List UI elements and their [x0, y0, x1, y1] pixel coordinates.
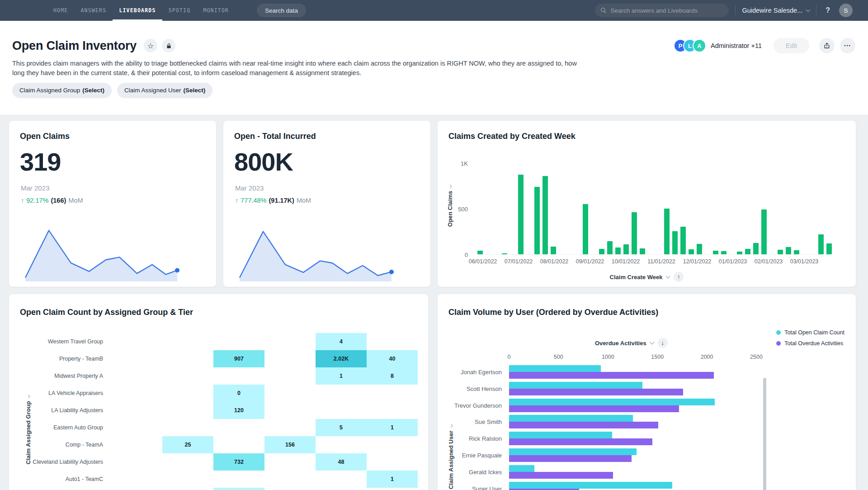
week-bar[interactable]	[786, 247, 791, 254]
more-button[interactable]: •••	[840, 38, 855, 53]
heat-cell[interactable]: 25	[162, 436, 213, 453]
filter-chip-assigned-group[interactable]: Claim Assigned Group(Select)	[12, 83, 112, 98]
author-avatar-stack[interactable]: PLA	[674, 39, 706, 52]
bar-total-open-claim-count[interactable]	[509, 415, 633, 422]
week-bar[interactable]	[818, 234, 824, 254]
y-axis-label-dropdown[interactable]: Claim Assigned User	[448, 425, 454, 490]
bar-total-open-claim-count[interactable]	[509, 432, 612, 438]
legend-item-1[interactable]: Total Overdue Activities	[776, 340, 843, 347]
search-data-button[interactable]: Search data	[257, 4, 306, 17]
help-button[interactable]: ?	[823, 6, 833, 15]
author-avatar-a[interactable]: A	[693, 39, 706, 52]
week-bar[interactable]	[689, 249, 694, 254]
bar-total-overdue-activities[interactable]	[509, 455, 632, 462]
week-bar[interactable]	[826, 243, 832, 254]
week-bar[interactable]	[615, 247, 621, 254]
week-bar[interactable]	[778, 250, 783, 254]
bar-total-overdue-activities[interactable]	[509, 405, 679, 412]
heatmap-row: Cleveland Liability Adjusters73248	[20, 453, 418, 471]
sort-descending-button[interactable]: ↓	[658, 338, 668, 348]
week-bar[interactable]	[534, 187, 540, 254]
heat-cell[interactable]: 8	[367, 367, 418, 385]
heat-cell[interactable]: 48	[316, 453, 367, 471]
nav-tab-home[interactable]: HOME	[47, 0, 75, 21]
week-bar-slot	[784, 163, 793, 254]
nav-tab-monitor[interactable]: MONITOR	[197, 0, 235, 21]
week-bar[interactable]	[737, 252, 742, 254]
week-bar[interactable]	[518, 175, 524, 254]
heat-cell[interactable]: 4	[316, 333, 367, 350]
legend-item-0[interactable]: Total Open Claim Count	[776, 329, 844, 336]
heat-cell[interactable]	[213, 488, 264, 490]
global-search-input[interactable]: Search answers and Liveboards	[595, 4, 729, 17]
bar-total-open-claim-count[interactable]	[509, 399, 715, 405]
bar-total-open-claim-count[interactable]	[509, 465, 534, 472]
favorite-star-button[interactable]: ☆	[144, 39, 157, 52]
week-bar[interactable]	[551, 247, 556, 254]
edit-button[interactable]: Edit	[774, 38, 809, 53]
week-bar[interactable]	[721, 251, 726, 254]
bar-total-open-claim-count[interactable]	[509, 448, 637, 455]
bar-total-open-claim-count[interactable]	[509, 365, 601, 372]
week-bar[interactable]	[753, 243, 759, 254]
x-axis-label-dropdown[interactable]: Claim Create Week	[610, 274, 663, 281]
heat-cell[interactable]: 0	[213, 385, 264, 402]
heat-cell[interactable]: 5	[316, 419, 367, 436]
heatmap-row-label: Property - TeamB	[20, 350, 103, 367]
week-bar[interactable]	[583, 204, 588, 254]
bar-total-overdue-activities[interactable]	[509, 438, 652, 445]
bar-total-open-claim-count[interactable]	[509, 382, 642, 389]
org-switcher[interactable]: Guidewire Salesde...	[742, 7, 810, 14]
share-button[interactable]	[819, 38, 835, 53]
week-bar[interactable]	[672, 231, 678, 255]
heat-cell[interactable]: 907	[213, 350, 264, 367]
bar-total-open-claim-count[interactable]	[509, 482, 672, 489]
chart-scrollbar[interactable]	[763, 378, 766, 490]
week-bar[interactable]	[623, 244, 629, 254]
bar-total-overdue-activities[interactable]	[509, 489, 579, 490]
heat-cell[interactable]: 732	[213, 453, 264, 471]
week-bar[interactable]	[697, 244, 702, 254]
nav-tab-liveboards[interactable]: LIVEBOARDS	[113, 0, 162, 21]
week-bar[interactable]	[477, 251, 483, 254]
week-bar[interactable]	[761, 209, 767, 254]
week-bar[interactable]	[680, 227, 686, 254]
week-bar[interactable]	[632, 212, 637, 254]
bar-total-overdue-activities[interactable]	[509, 372, 714, 379]
filter-chip-assigned-user[interactable]: Claim Assigned User(Select)	[117, 83, 212, 98]
bar-total-overdue-activities[interactable]	[509, 472, 613, 479]
week-bar[interactable]	[599, 249, 604, 254]
user-avatar[interactable]: S	[839, 4, 853, 17]
heat-cell[interactable]: 1	[316, 367, 367, 385]
x-tick-label: 07/01/2022	[505, 258, 533, 265]
bar-total-overdue-activities[interactable]	[509, 389, 683, 395]
heatmap-row: Auto1 - TeamC1	[20, 471, 418, 488]
heat-cell[interactable]: 2.02K	[316, 350, 367, 367]
kpi-card-total-incurred: Open - Total Incurred 800K Mar 2023 ↑ 77…	[223, 121, 430, 287]
week-bar[interactable]	[607, 241, 613, 254]
heat-cell[interactable]: 1	[367, 419, 418, 436]
week-bar[interactable]	[745, 249, 750, 254]
chevron-down-icon	[650, 340, 654, 344]
week-bar[interactable]	[542, 176, 548, 254]
heat-cell[interactable]: 40	[367, 350, 418, 367]
nav-tab-spotiq[interactable]: SPOTIQ	[162, 0, 197, 21]
week-bar[interactable]	[664, 209, 670, 254]
week-bar-slot	[776, 163, 784, 254]
bar-total-overdue-activities[interactable]	[509, 422, 658, 428]
lock-button[interactable]	[162, 39, 175, 52]
week-bar[interactable]	[713, 251, 718, 254]
heat-cell[interactable]: 1	[367, 471, 418, 488]
nav-tab-answers[interactable]: ANSWERS	[75, 0, 113, 21]
week-bar-slot	[768, 163, 776, 254]
sort-field-dropdown[interactable]: Overdue Activities	[595, 340, 646, 347]
week-bar-slot	[695, 163, 703, 254]
kpi-change-abs: (166)	[51, 197, 66, 204]
heat-cell[interactable]: 156	[264, 436, 316, 453]
sort-ascending-button[interactable]: ↑	[674, 272, 684, 282]
week-bar[interactable]	[640, 248, 645, 254]
week-bar[interactable]	[794, 250, 799, 254]
heat-cell[interactable]: 120	[213, 402, 264, 419]
week-bar[interactable]	[502, 253, 507, 254]
heatmap-row-label: Auto1 - TeamC	[20, 471, 103, 488]
